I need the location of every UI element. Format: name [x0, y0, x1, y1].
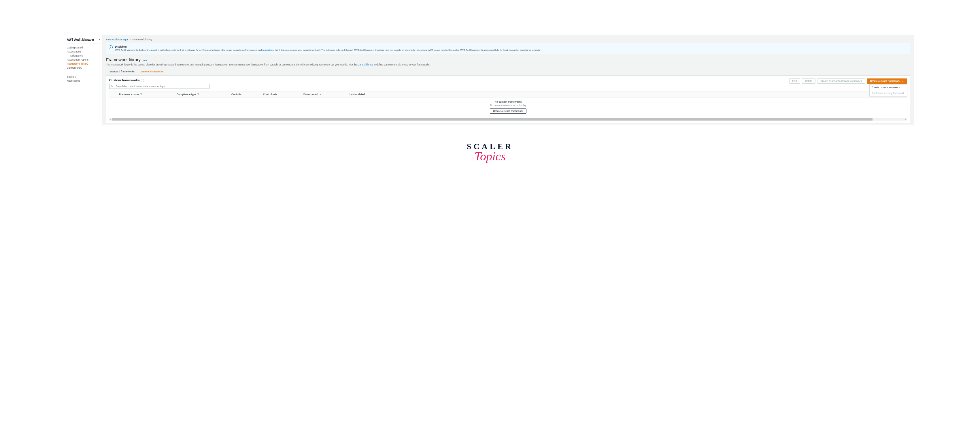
- info-link[interactable]: Info: [143, 59, 147, 62]
- dropdown-create-custom[interactable]: Create custom framework: [870, 85, 907, 90]
- panel-count: (0): [141, 78, 144, 82]
- chevron-up-icon: ▲: [902, 80, 904, 82]
- edit-button[interactable]: Edit: [789, 78, 800, 84]
- chevron-right-icon: ›: [130, 38, 131, 41]
- panel-title: Custom frameworks (0): [109, 78, 210, 82]
- create-custom-label: Create custom framework: [870, 80, 900, 83]
- frameworks-table: Framework name▽ Compliance type▽ Control…: [109, 91, 907, 117]
- breadcrumb-current: Framework library: [132, 38, 152, 41]
- disclaimer-title: Disclaimer: [115, 45, 540, 48]
- search-wrap: [109, 84, 210, 89]
- horizontal-scrollbar[interactable]: ‹ ›: [109, 118, 907, 121]
- col-name: Framework name▽: [117, 93, 175, 96]
- empty-sub: No custom frameworks to display: [109, 104, 907, 107]
- nav-delegations[interactable]: Delegations: [66, 54, 100, 58]
- custom-frameworks-panel: Custom frameworks (0) Edit Delete Create…: [106, 75, 910, 124]
- create-custom-framework-button[interactable]: Create custom framework ▲: [867, 78, 907, 84]
- nav-group-main: Getting started Assessments Delegations …: [66, 46, 100, 70]
- main-content: AWS Audit Manager › Framework library i …: [102, 35, 914, 125]
- page-desc-post: to define custom controls to use in your…: [373, 63, 430, 66]
- close-icon[interactable]: ✕: [98, 38, 100, 41]
- disclaimer-text-post: , but it does not assess your compliance…: [274, 49, 541, 51]
- sidebar: AWS Audit Manager ✕ Getting started Asse…: [66, 35, 102, 125]
- nav-assessments[interactable]: Assessments: [66, 50, 100, 54]
- search-input[interactable]: [109, 84, 210, 89]
- panel-header: Custom frameworks (0) Edit Delete Create…: [109, 78, 907, 89]
- page-header: Framework library Info: [106, 57, 910, 62]
- delete-button[interactable]: Delete: [802, 78, 816, 84]
- col-controls: Controls: [230, 93, 261, 96]
- create-assessment-button[interactable]: Create assessment from framework: [817, 78, 865, 84]
- watermark: SCALER Topics: [0, 142, 980, 163]
- col-select: [109, 93, 117, 96]
- nav-control-library[interactable]: Control library: [66, 66, 100, 70]
- col-date-label: Date created: [304, 93, 318, 96]
- panel-title-text: Custom frameworks: [109, 78, 140, 82]
- search-icon: [111, 85, 114, 88]
- sort-icon[interactable]: ▽: [197, 93, 199, 96]
- regulations-link[interactable]: regulations: [262, 49, 274, 51]
- tab-custom[interactable]: Custom frameworks: [139, 68, 164, 75]
- svg-line-1: [113, 86, 113, 87]
- disclaimer-text-pre: AWS Audit Manager is designed to assist …: [115, 49, 262, 51]
- tabs: Standard frameworks Custom frameworks: [106, 68, 910, 75]
- sidebar-header: AWS Audit Manager ✕: [66, 38, 100, 44]
- col-name-label: Framework name: [119, 93, 139, 96]
- watermark-line2: Topics: [0, 149, 980, 163]
- disclaimer-body: AWS Audit Manager is designed to assist …: [115, 49, 540, 52]
- nav-getting-started[interactable]: Getting started: [66, 46, 100, 50]
- action-bar: Edit Delete Create assessment from frame…: [789, 78, 907, 84]
- scroll-track[interactable]: [112, 118, 872, 121]
- sort-icon[interactable]: ▼: [319, 93, 321, 96]
- col-type: Compliance type▽: [175, 93, 230, 96]
- breadcrumb-root[interactable]: AWS Audit Manager: [106, 38, 128, 41]
- disclaimer-box: i Disclaimer AWS Audit Manager is design…: [106, 43, 910, 54]
- nav-separator: [66, 73, 100, 73]
- table-header: Framework name▽ Compliance type▽ Control…: [109, 91, 907, 97]
- nav-notifications[interactable]: Notifications: [66, 79, 100, 83]
- create-dropdown: Create custom framework Customize existi…: [869, 84, 907, 96]
- tab-standard[interactable]: Standard frameworks: [109, 68, 135, 75]
- page-description: The Framework library is the central pla…: [106, 63, 910, 66]
- nav-framework-library[interactable]: Framework library: [66, 62, 100, 66]
- control-library-link[interactable]: Control library: [358, 63, 373, 66]
- scroll-left-icon[interactable]: ‹: [109, 118, 112, 120]
- empty-heading: No custom frameworks: [109, 101, 907, 103]
- col-type-label: Compliance type: [177, 93, 196, 96]
- empty-state: No custom frameworks No custom framework…: [109, 97, 907, 117]
- col-sets: Control sets: [261, 93, 302, 96]
- empty-create-button[interactable]: Create custom framework: [490, 109, 526, 113]
- sidebar-title: AWS Audit Manager: [67, 38, 94, 41]
- nav-group-settings: Settings Notifications: [66, 75, 100, 83]
- dropdown-customize-existing[interactable]: Customize existing framework: [870, 90, 907, 96]
- nav-settings[interactable]: Settings: [66, 75, 100, 79]
- app-frame: AWS Audit Manager ✕ Getting started Asse…: [66, 35, 914, 125]
- breadcrumb: AWS Audit Manager › Framework library: [106, 38, 910, 41]
- col-updated: Last updated: [348, 93, 907, 96]
- nav-assessment-reports[interactable]: Assessment reports: [66, 58, 100, 62]
- info-icon: i: [109, 45, 113, 50]
- col-date: Date created▼: [302, 93, 348, 96]
- disclaimer-content: Disclaimer AWS Audit Manager is designed…: [115, 45, 540, 52]
- scroll-right-icon[interactable]: ›: [904, 118, 907, 120]
- page-title: Framework library: [106, 57, 141, 62]
- sort-icon[interactable]: ▽: [140, 93, 142, 96]
- page-desc-pre: The Framework library is the central pla…: [106, 63, 358, 66]
- svg-point-0: [111, 85, 113, 87]
